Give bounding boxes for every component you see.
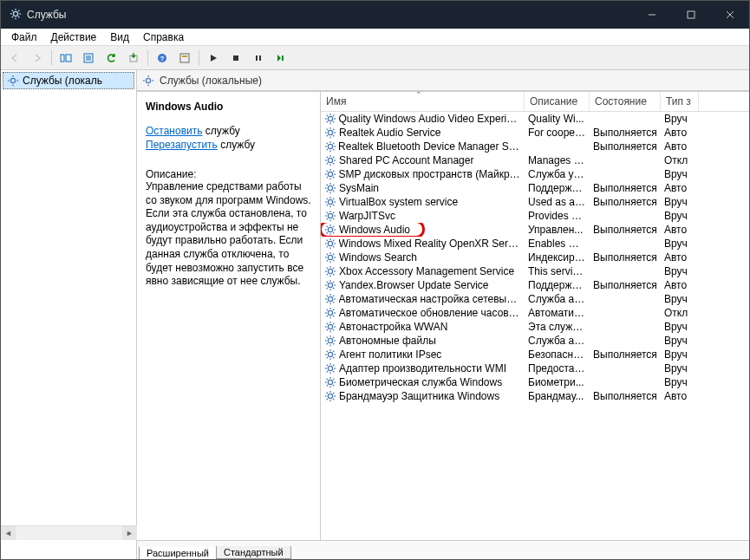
column-startup-type[interactable]: Тип з	[661, 92, 699, 111]
svg-point-191	[328, 352, 332, 356]
service-row[interactable]: SMP дисковых пространств (Майкрос...Служ…	[321, 167, 749, 181]
play-icon[interactable]	[203, 49, 224, 68]
svg-point-92	[328, 199, 332, 204]
list-scroll[interactable]: Quality Windows Audio Video ExperienceQu…	[321, 112, 749, 540]
service-desc: Автоматич...	[525, 306, 590, 320]
gear-icon	[7, 75, 19, 87]
service-row[interactable]: Realtek Audio ServiceFor cooper...Выполн…	[321, 126, 749, 140]
gear-icon	[324, 321, 336, 333]
svg-line-162	[327, 302, 328, 303]
gear-icon	[324, 210, 336, 222]
svg-line-82	[333, 171, 334, 172]
service-row[interactable]: Realtek Bluetooth Device Manager Servi..…	[321, 140, 749, 153]
svg-point-218	[328, 394, 332, 398]
service-row[interactable]: Автонастройка WWANЭта служб...Вруч	[321, 320, 749, 334]
toolbar-properties-icon[interactable]	[78, 49, 99, 68]
service-row[interactable]: Windows AudioУправлен...ВыполняетсяАвто	[321, 223, 749, 237]
service-row[interactable]: Windows Mixed Reality OpenXR ServiceEnab…	[321, 237, 749, 251]
tab-standard[interactable]: Стандартный	[216, 546, 291, 559]
service-row[interactable]: WarpJITSvcProvides a ...Вруч	[321, 209, 749, 223]
scroll-right-icon[interactable]: ►	[122, 526, 137, 540]
service-row[interactable]: Windows SearchИндексиро...ВыполняетсяАвт…	[321, 251, 749, 264]
svg-line-81	[327, 177, 328, 178]
svg-point-0	[13, 11, 17, 16]
menu-action[interactable]: Действие	[44, 29, 104, 45]
restart-icon[interactable]	[271, 49, 291, 68]
maximize-button[interactable]	[671, 1, 710, 29]
svg-line-107	[333, 218, 334, 219]
service-state: Выполняется	[590, 251, 661, 264]
service-row[interactable]: Автоматическая настройка сетевых у...Слу…	[321, 292, 749, 306]
svg-point-28	[10, 78, 15, 82]
svg-point-47	[328, 130, 332, 134]
svg-line-197	[333, 357, 334, 358]
service-state: Выполняется	[590, 278, 661, 292]
svg-line-118	[333, 226, 334, 227]
column-state[interactable]: Состояние	[590, 92, 661, 111]
svg-point-200	[328, 366, 332, 370]
scroll-left-icon[interactable]: ◄	[1, 526, 16, 540]
minimize-button[interactable]	[632, 1, 671, 29]
svg-line-100	[333, 199, 334, 199]
toolbar-icon[interactable]	[174, 49, 195, 68]
back-button[interactable]	[4, 49, 25, 68]
export-icon[interactable]	[123, 49, 144, 68]
service-row[interactable]: Адаптер производительности WMIПредостав.…	[321, 361, 749, 375]
service-type: Авто	[661, 251, 699, 264]
gear-icon	[324, 307, 336, 319]
service-name: Windows Audio	[339, 224, 410, 236]
service-row[interactable]: Shared PC Account ManagerManages p...Отк…	[321, 153, 749, 167]
menu-help[interactable]: Справка	[136, 29, 191, 45]
forward-button[interactable]	[27, 49, 48, 68]
refresh-icon[interactable]	[101, 49, 121, 68]
svg-line-89	[333, 191, 334, 192]
service-desc: Manages p...	[525, 153, 590, 167]
svg-line-196	[327, 351, 328, 352]
column-description[interactable]: Описание	[525, 92, 590, 111]
service-state	[590, 118, 661, 120]
service-row[interactable]: SysMainПоддержи...ВыполняетсяАвто	[321, 181, 749, 195]
service-row[interactable]: Агент политики IPsecБезопасно...Выполняе…	[321, 348, 749, 361]
svg-point-110	[328, 227, 332, 231]
column-name[interactable]: Имя	[321, 92, 525, 111]
list-header: Имя Описание Состояние Тип з	[321, 92, 749, 112]
help-icon[interactable]: ?	[152, 49, 173, 68]
tree-hscroll[interactable]: ◄ ►	[1, 525, 137, 540]
pause-icon[interactable]	[248, 49, 269, 68]
gear-icon	[324, 279, 336, 291]
service-desc	[525, 146, 590, 147]
tree-item-services[interactable]: Службы (локаль	[3, 72, 134, 89]
service-row[interactable]: Автономные файлыСлужба ав...Вруч	[321, 334, 749, 348]
menu-view[interactable]: Вид	[103, 29, 136, 45]
svg-line-170	[333, 316, 334, 316]
svg-line-160	[327, 296, 328, 296]
service-row[interactable]: Quality Windows Audio Video ExperienceQu…	[321, 112, 749, 126]
close-button[interactable]	[710, 1, 749, 29]
service-type: Вруч	[661, 209, 699, 223]
service-row[interactable]: Биометрическая служба WindowsБиометри...…	[321, 375, 749, 389]
svg-line-188	[333, 343, 334, 344]
service-row[interactable]: Автоматическое обновление часовог...Авто…	[321, 306, 749, 320]
gear-icon	[324, 224, 336, 236]
service-row[interactable]: Yandex.Browser Update ServiceПоддержи...…	[321, 278, 749, 292]
gear-icon	[324, 154, 336, 166]
service-desc: Quality Wi...	[525, 112, 590, 126]
service-row[interactable]: Xbox Accessory Management ServiceThis se…	[321, 264, 749, 278]
service-state: Выполняется	[590, 223, 661, 237]
menu-file[interactable]: Файл	[4, 29, 44, 45]
tab-extended[interactable]: Расширенный	[139, 547, 217, 559]
svg-line-207	[327, 371, 328, 372]
toolbar-icon[interactable]	[55, 49, 76, 68]
svg-line-64	[333, 143, 334, 144]
restart-link[interactable]: Перезапустить	[146, 139, 218, 151]
service-row[interactable]: Брандмауэр Защитника WindowsБрандмау...В…	[321, 389, 749, 403]
stop-link[interactable]: Остановить	[146, 125, 203, 137]
svg-point-101	[328, 213, 332, 218]
svg-rect-26	[259, 55, 261, 61]
stop-icon[interactable]	[225, 49, 246, 68]
service-name: SysMain	[339, 182, 379, 194]
service-row[interactable]: VirtualBox system serviceUsed as a ...Вы…	[321, 195, 749, 209]
service-type: Вруч	[661, 334, 699, 348]
svg-line-73	[333, 157, 334, 158]
svg-line-6	[18, 16, 19, 17]
